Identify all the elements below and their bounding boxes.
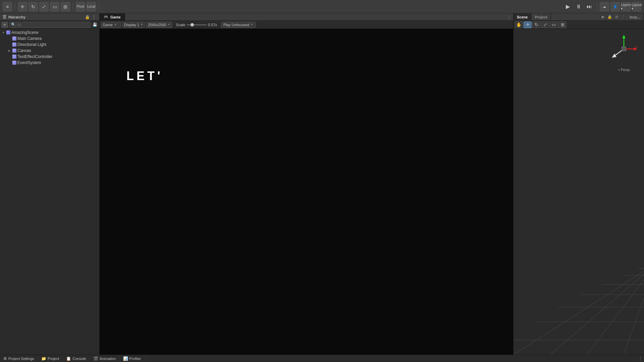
arrow-amazing-scene: ▼ xyxy=(1,31,5,35)
scene-icon-main-camera xyxy=(12,36,17,41)
play-unfocused-btn[interactable]: Play Unfocused ▼ xyxy=(221,22,256,28)
resolution-dropdown[interactable]: 2560x2560 ▼ xyxy=(146,22,172,28)
project-tab[interactable]: Project xyxy=(531,13,551,21)
rect-tool-btn[interactable]: ▭ xyxy=(50,2,59,11)
hierarchy-item-directional-light[interactable]: Directional Light xyxy=(0,42,99,48)
separator-3 xyxy=(99,3,99,11)
top-toolbar: ≡ ✛ ↻ ⤢ ▭ ⊞ Pivot Local ▶ ⏸ ⏭ ☁ 👤 Layers… xyxy=(0,0,644,13)
scale-tool-btn[interactable]: ⤢ xyxy=(39,2,49,11)
scene-gizmo: x < Persp xyxy=(607,32,641,76)
hierarchy-more-btn[interactable]: ⋮ xyxy=(91,14,97,20)
search-placeholder: All xyxy=(17,23,21,27)
transform-scene-tool-btn[interactable]: ⊞ xyxy=(558,21,567,28)
gizmo-svg: x xyxy=(607,32,641,66)
label-directional-light: Directional Light xyxy=(17,42,98,47)
hierarchy-tab-actions: 🔒 ⋮ xyxy=(85,14,97,20)
play-unfocused-arrow: ▼ xyxy=(251,23,253,26)
scene-lock-btn[interactable]: 🔒 xyxy=(607,14,613,20)
rotate-scene-tool-btn[interactable]: ↻ xyxy=(532,21,540,28)
console-icon: 📋 xyxy=(66,356,71,361)
scale-control: Scale 0.57x xyxy=(176,23,217,27)
right-panel: Scene Project ▶ 🔒 ⊞ ⋮ Insp... ✋ ✛ ↻ ⤢ ▭ … xyxy=(513,13,644,355)
gear-icon: ⚙ xyxy=(3,356,7,361)
hand-tool-btn[interactable]: ✋ xyxy=(515,21,523,28)
step-button[interactable]: ⏭ xyxy=(585,2,594,11)
collab-btn[interactable]: ☁ xyxy=(600,2,609,11)
scene-toolbar: ✋ ✛ ↻ ⤢ ▭ ⊞ xyxy=(514,21,644,29)
move-tool-btn[interactable]: ✛ xyxy=(524,21,532,28)
inspector-tab[interactable]: Insp... xyxy=(626,13,644,21)
bottom-tab-animation[interactable]: 🎬 Animation xyxy=(90,355,120,362)
scene-icon-amazing-scene xyxy=(6,30,11,35)
arrow-directional-light xyxy=(7,43,11,47)
rotate-tool-btn[interactable]: ↻ xyxy=(29,2,38,11)
play-unfocused-label: Play Unfocused xyxy=(223,23,249,27)
bottom-more-btn[interactable]: ⋮ xyxy=(637,355,644,362)
bottom-tab-project[interactable]: 📁 Project xyxy=(38,355,63,362)
layers-btn[interactable]: Layers ▾ xyxy=(621,2,631,11)
hierarchy-item-canvas[interactable]: ▶ Canvas xyxy=(0,48,99,54)
hierarchy-save-btn[interactable]: 💾 xyxy=(92,22,98,28)
label-text-effect: TextEffectController xyxy=(17,54,98,59)
inspector-tab-label: Insp... xyxy=(630,15,640,19)
project-tab-label: Project xyxy=(535,15,547,19)
hierarchy-item-main-camera[interactable]: Main Camera xyxy=(0,36,99,42)
separator-4 xyxy=(597,3,597,11)
pivot-btn[interactable]: Pivot xyxy=(76,2,85,11)
bottom-tab-project-label: Project xyxy=(48,357,59,361)
scale-label: Scale xyxy=(176,23,185,27)
hierarchy-item-amazing-scene[interactable]: ▼ AmazingScene ⋮ xyxy=(0,29,99,36)
display-dropdown[interactable]: Display 1 ▼ xyxy=(122,22,145,28)
label-main-camera: Main Camera xyxy=(17,36,98,41)
game-label-dropdown[interactable]: Game ▼ xyxy=(101,22,121,28)
scene-more-btn[interactable]: ⋮ xyxy=(620,14,626,20)
bottom-tab-project-settings[interactable]: ⚙ Project Settings xyxy=(0,355,38,362)
local-btn[interactable]: Local xyxy=(87,2,96,11)
display-dd-arrow: ▼ xyxy=(141,23,143,26)
bottom-tab-profiler[interactable]: 📊 Profiler xyxy=(120,355,145,362)
label-amazing-scene: AmazingScene xyxy=(11,30,93,35)
arrow-canvas: ▶ xyxy=(7,49,11,53)
center-panel: 🎮 Game ⋮ Game ▼ Display 1 ▼ 2560x2560 ▼ … xyxy=(100,13,513,355)
scale-value: 0.57x xyxy=(208,23,217,27)
scene-grid-svg xyxy=(514,208,644,355)
pause-button[interactable]: ⏸ xyxy=(574,2,583,11)
move-tool-btn[interactable]: ✛ xyxy=(18,2,27,11)
label-canvas: Canvas xyxy=(17,48,98,53)
scene-tab[interactable]: Scene xyxy=(514,13,531,21)
svg-line-15 xyxy=(514,263,644,355)
play-button[interactable]: ▶ xyxy=(563,2,573,11)
bottom-tab-console-label: Console xyxy=(72,357,86,361)
search-icon: 🔍 xyxy=(11,22,16,27)
scale-thumb xyxy=(191,23,194,26)
rect-scene-tool-btn[interactable]: ▭ xyxy=(550,21,558,28)
scene-tab-label: Scene xyxy=(517,15,528,19)
menu-btn[interactable]: ≡ xyxy=(3,2,12,11)
layout-btn[interactable]: Layout ▾ xyxy=(632,2,641,11)
scene-fullscreen-btn[interactable]: ⊞ xyxy=(613,14,620,20)
account-btn[interactable]: 👤 xyxy=(610,2,620,11)
hierarchy-items: ▼ AmazingScene ⋮ Main Camera xyxy=(0,29,99,355)
hierarchy-add-btn[interactable]: + xyxy=(1,22,8,28)
game-tab-more-btn[interactable]: ⋮ xyxy=(506,13,513,21)
bottom-tab-console[interactable]: 📋 Console xyxy=(63,355,90,362)
scale-slider[interactable] xyxy=(186,24,207,25)
hierarchy-item-text-effect[interactable]: TextEffectController xyxy=(0,54,99,60)
scale-scene-tool-btn[interactable]: ⤢ xyxy=(541,21,549,28)
hierarchy-search[interactable]: 🔍 All xyxy=(9,22,91,28)
svg-marker-3 xyxy=(612,54,616,58)
label-event-system: EventSystem xyxy=(17,60,98,65)
game-viewport-text: LET' xyxy=(126,69,163,83)
bottom-tab-animation-label: Animation xyxy=(100,357,116,361)
game-tab[interactable]: 🎮 Game xyxy=(100,13,125,21)
svg-marker-1 xyxy=(622,35,626,38)
separator-2 xyxy=(73,3,73,11)
hierarchy-lock-btn[interactable]: 🔒 xyxy=(85,14,90,20)
hierarchy-title: Hierarchy xyxy=(8,15,25,19)
hierarchy-item-event-system[interactable]: EventSystem xyxy=(0,60,99,66)
scene-forward-btn[interactable]: ▶ xyxy=(600,14,606,20)
scene-viewport: x < Persp xyxy=(514,29,644,355)
transform-tool-btn[interactable]: ⊞ xyxy=(61,2,70,11)
game-label: Game xyxy=(103,23,113,27)
hierarchy-tab: ☰ Hierarchy 🔒 ⋮ xyxy=(0,13,99,21)
